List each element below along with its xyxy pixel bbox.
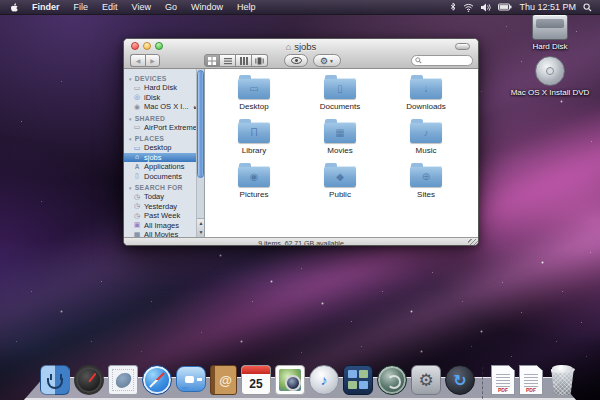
airport-icon: ▭ — [133, 123, 141, 131]
pdf-document-dock-icon[interactable]: PDF — [519, 365, 543, 395]
menu-item-view[interactable]: View — [125, 0, 158, 14]
coverflow-view-button[interactable] — [252, 54, 268, 67]
sidebar-item-all-movies[interactable]: ▦All Movies — [124, 230, 204, 237]
quick-look-button[interactable] — [284, 54, 308, 67]
idisk-icon: ◎ — [133, 93, 141, 101]
itunes-dock-icon[interactable] — [309, 365, 339, 395]
spaces-dock-icon[interactable] — [343, 365, 373, 395]
desktop-icon-hard-disk[interactable]: Hard Disk — [504, 14, 596, 51]
sidebar-item-yesterday[interactable]: ◷Yesterday — [124, 202, 204, 212]
mail-dock-icon[interactable] — [108, 365, 138, 395]
search-input[interactable] — [411, 55, 473, 66]
spotlight-icon[interactable] — [583, 3, 592, 12]
ical-dock-icon[interactable]: 25 — [241, 365, 271, 395]
iphoto-dock-icon[interactable] — [275, 365, 305, 395]
software-update-dock-icon[interactable] — [445, 365, 475, 395]
sidebar-item-today[interactable]: ◷Today — [124, 192, 204, 202]
safari-dock-icon[interactable] — [142, 365, 172, 395]
column-view-icon — [240, 57, 248, 65]
forward-arrow-icon: ▶ — [150, 57, 155, 64]
menu-item-file[interactable]: File — [67, 0, 96, 14]
finder-dock-icon[interactable] — [40, 365, 70, 395]
back-arrow-icon: ◀ — [136, 57, 141, 64]
sidebar-section-search-for[interactable]: SEARCH FOR — [124, 181, 204, 192]
zoom-button[interactable] — [155, 42, 163, 50]
item-label: Past Week — [144, 211, 180, 220]
trash-dock-icon[interactable] — [547, 365, 578, 395]
sidebar-scrollbar[interactable]: ▲ ▼ — [196, 69, 204, 237]
sidebar-item-documents[interactable]: ▯Documents — [124, 172, 204, 182]
forward-button[interactable]: ▶ — [145, 54, 160, 67]
bluetooth-icon[interactable] — [450, 2, 456, 12]
scrollbar-thumb[interactable] — [197, 70, 204, 178]
minimize-button[interactable] — [143, 42, 151, 50]
back-button[interactable]: ◀ — [130, 54, 145, 67]
menu-clock[interactable]: Thu 12:51 PM — [519, 2, 576, 12]
search-icon — [415, 57, 422, 64]
folder-movies[interactable]: ▦Movies — [297, 118, 383, 162]
folder-pictures[interactable]: ◉Pictures — [211, 162, 297, 206]
applications-icon: A — [133, 163, 141, 171]
volume-icon[interactable] — [481, 3, 491, 12]
sidebar-item-hard-disk[interactable]: ▭Hard Disk — [124, 83, 204, 93]
action-menu-button[interactable]: ⚙▼ — [313, 54, 341, 67]
folder-view: ▭Desktop ▯Documents ↓Downloads ΠLibrary … — [205, 69, 478, 237]
ichat-dock-icon[interactable] — [176, 366, 206, 392]
window-header[interactable]: ⌂sjobs ◀ ▶ — [124, 39, 478, 69]
close-button[interactable] — [131, 42, 139, 50]
folder-documents[interactable]: ▯Documents — [297, 74, 383, 118]
system-preferences-dock-icon[interactable] — [411, 365, 441, 395]
sidebar-item-past-week[interactable]: ◷Past Week — [124, 211, 204, 221]
battery-icon[interactable] — [498, 3, 512, 11]
scroll-down-arrow[interactable]: ▼ — [197, 228, 205, 237]
resize-grip[interactable] — [468, 239, 478, 246]
sidebar-item-install-dvd[interactable]: ◉Mac OS X I... — [124, 102, 204, 112]
dashboard-dock-icon[interactable] — [74, 365, 104, 395]
icon-view-button[interactable] — [204, 54, 220, 67]
sidebar-section-shared[interactable]: SHARED — [124, 112, 204, 123]
scroll-up-arrow[interactable]: ▲ — [197, 219, 205, 228]
sidebar-section-devices[interactable]: DEVICES — [124, 72, 204, 83]
sidebar: DEVICES ▭Hard Disk ◎iDisk ◉Mac OS X I...… — [124, 69, 205, 237]
desktop-icon: ▭ — [133, 144, 141, 152]
item-label: Mac OS X I... — [144, 102, 189, 111]
menu-item-edit[interactable]: Edit — [95, 0, 125, 14]
pdf-document-dock-icon[interactable]: PDF — [491, 365, 515, 395]
menu-item-window[interactable]: Window — [184, 0, 230, 14]
title-bar[interactable]: ⌂sjobs — [124, 39, 478, 53]
folder-desktop[interactable]: ▭Desktop — [211, 74, 297, 118]
toolbar-toggle-pill[interactable] — [455, 43, 470, 50]
dock: 25 PDF PDF — [24, 377, 576, 400]
sidebar-item-all-images[interactable]: ▣All Images — [124, 221, 204, 231]
disclosure-triangle-icon[interactable] — [128, 75, 133, 82]
sidebar-item-airport-extreme[interactable]: ▭AirPort Extreme — [124, 123, 204, 133]
menu-item-finder[interactable]: Finder — [25, 0, 67, 14]
menu-item-go[interactable]: Go — [158, 0, 184, 14]
disclosure-triangle-icon[interactable] — [128, 184, 133, 191]
address-book-dock-icon[interactable] — [210, 365, 237, 395]
wifi-icon[interactable] — [463, 3, 474, 12]
folder-public[interactable]: ◆Public — [297, 162, 383, 206]
sidebar-item-applications[interactable]: AApplications — [124, 162, 204, 172]
menu-item-help[interactable]: Help — [230, 0, 263, 14]
folder-sites[interactable]: ⊕Sites — [383, 162, 469, 206]
folder-library[interactable]: ΠLibrary — [211, 118, 297, 162]
folder-label: Downloads — [406, 102, 446, 111]
section-label: DEVICES — [135, 75, 167, 82]
disclosure-triangle-icon[interactable] — [128, 135, 133, 142]
disclosure-triangle-icon[interactable] — [128, 115, 133, 122]
desktop-icon-install-dvd[interactable]: Mac OS X Install DVD — [504, 56, 596, 97]
list-view-button[interactable] — [220, 54, 236, 67]
sidebar-item-desktop[interactable]: ▭Desktop — [124, 143, 204, 153]
sidebar-section-places[interactable]: PLACES — [124, 132, 204, 143]
column-view-button[interactable] — [236, 54, 252, 67]
apple-menu-icon[interactable] — [10, 3, 19, 12]
sidebar-item-idisk[interactable]: ◎iDisk — [124, 93, 204, 103]
folder-downloads[interactable]: ↓Downloads — [383, 74, 469, 118]
time-machine-dock-icon[interactable] — [377, 365, 407, 395]
folder-label: Public — [329, 190, 351, 199]
toolbar: ◀ ▶ ⚙▼ — [124, 53, 478, 68]
sidebar-item-sjobs[interactable]: ⌂sjobs — [124, 153, 204, 163]
folder-music[interactable]: ♪Music — [383, 118, 469, 162]
folder-icon: ◉ — [238, 166, 270, 187]
